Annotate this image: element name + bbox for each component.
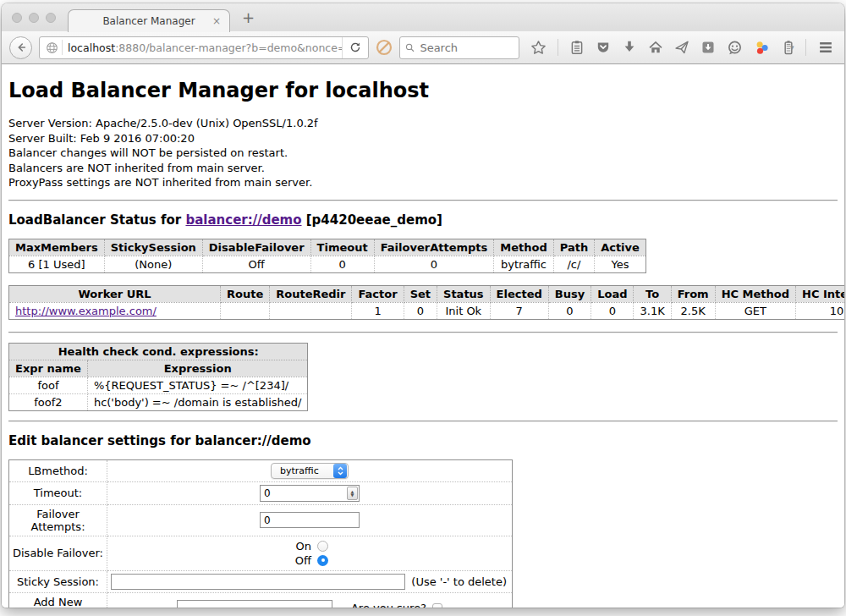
home-icon[interactable] [648, 40, 663, 55]
reload-button[interactable] [342, 37, 368, 58]
failover-on-radio[interactable] [317, 541, 328, 552]
header-cell: DisableFailover [202, 239, 310, 256]
header-cell: StickySession [104, 239, 202, 256]
url-bar[interactable]: localhost:8880/balancer-manager?b=demo&n… [39, 36, 369, 59]
number-stepper[interactable]: ▲▼ [347, 487, 358, 500]
feedback-smiley-icon[interactable] [727, 40, 743, 56]
lbmethod-label: LBmethod: [9, 459, 107, 481]
search-input[interactable] [418, 41, 514, 55]
window-minimize-button[interactable] [29, 13, 39, 23]
note-inherit: Balancers are NOT inherited from main se… [8, 161, 838, 176]
colored-dots-extension-icon[interactable] [754, 40, 770, 56]
menu-icon[interactable] [817, 39, 834, 56]
site-identity-globe-icon[interactable] [40, 41, 62, 54]
header-cell: Method [494, 239, 553, 256]
are-you-sure-checkbox[interactable] [432, 603, 442, 608]
divider [8, 200, 838, 201]
pocket-icon[interactable] [596, 40, 611, 55]
data-cell: 0 [548, 302, 591, 319]
battery-extension-button[interactable]: ▾ [781, 40, 794, 55]
browser-tab[interactable]: Balancer Manager × [68, 9, 230, 32]
add-worker-input[interactable] [177, 600, 332, 608]
address-text[interactable]: localhost:8880/balancer-manager?b=demo&n… [63, 41, 342, 54]
data-cell: Init Ok [437, 302, 491, 319]
window-zoom-button[interactable] [46, 13, 56, 23]
failover-off-radio[interactable] [317, 555, 328, 566]
expression-cell: hc('body') =~ /domain is established/ [87, 393, 308, 410]
header-cell: Path [553, 239, 594, 256]
send-to-device-icon[interactable] [674, 40, 689, 55]
block-content-icon[interactable] [376, 39, 393, 56]
timeout-input[interactable] [261, 487, 347, 499]
table-row: 6 [1 Used] (None) Off 0 0 bytraffic /c/ … [9, 256, 646, 272]
back-button[interactable] [9, 36, 32, 59]
header-cell: Timeout [310, 239, 374, 256]
radio-on-label: On [291, 539, 311, 553]
lbmethod-selected-value: bytraffic [280, 465, 319, 476]
window-controls [12, 13, 56, 23]
status-heading: LoadBalancer Status for balancer://demo … [8, 212, 838, 228]
save-page-icon[interactable] [700, 40, 716, 55]
header-cell: Expr name [9, 360, 88, 377]
data-cell: 6 [1 Used] [9, 256, 105, 272]
back-arrow-icon [15, 41, 27, 53]
worker-table: Worker URL Route RouteRedir Factor Set S… [8, 285, 844, 320]
note-proxypass: ProxyPass settings are NOT inherited fro… [8, 175, 838, 190]
header-cell: Worker URL [9, 285, 221, 302]
failover-attempts-input[interactable] [260, 512, 360, 528]
tab-close-icon[interactable]: × [212, 16, 221, 26]
data-cell: 0 [374, 256, 494, 272]
lbmethod-row: LBmethod: bytraffic [9, 459, 513, 481]
header-cell: Set [404, 285, 437, 302]
data-cell: GET [715, 302, 795, 319]
header-cell: Expression [87, 360, 308, 377]
table-header-row: Worker URL Route RouteRedir Factor Set S… [9, 285, 845, 302]
sticky-session-input[interactable] [111, 574, 405, 590]
table-row: http://www.example.com/ 1 0 Init Ok 7 0 … [9, 302, 845, 319]
window-close-button[interactable] [12, 13, 22, 23]
note-persist: Balancer changes will NOT be persisted o… [8, 146, 838, 161]
lbmethod-select[interactable]: bytraffic [271, 463, 349, 479]
settings-table: LBmethod: bytraffic Timeout: ▲▼ [8, 459, 513, 608]
timeout-row: Timeout: ▲▼ [9, 481, 513, 504]
toolbar-separator [805, 39, 806, 56]
url-host: localhost [68, 41, 115, 54]
sticky-session-label: Sticky Session: [9, 570, 107, 592]
edit-settings-heading: Edit balancer settings for balancer://de… [8, 433, 838, 448]
header-cell: FailoverAttempts [374, 239, 494, 256]
header-cell: From [671, 285, 715, 302]
header-cell: To [634, 285, 671, 302]
data-cell: 0 [310, 256, 374, 272]
bookmark-star-icon[interactable] [530, 40, 547, 56]
reading-list-icon[interactable] [569, 40, 585, 55]
search-icon [405, 42, 415, 53]
new-tab-button[interactable]: + [242, 10, 255, 25]
table-row: foof %{REQUEST_STATUS} =~ /^[234]/ [9, 377, 308, 393]
server-version: Server Version: Apache/2.5.0-dev (Unix) … [8, 116, 838, 131]
server-built: Server Built: Feb 9 2016 07:00:20 [8, 131, 838, 146]
downloads-icon[interactable] [622, 40, 637, 55]
data-cell: 2.5K [671, 302, 715, 319]
header-cell: MaxMembers [9, 239, 105, 256]
search-bar[interactable] [399, 36, 519, 59]
browser-window: Balancer Manager × + localhost:8880/bala… [2, 3, 844, 608]
divider [8, 421, 838, 422]
header-cell: Factor [352, 285, 404, 302]
data-cell: 10 [796, 302, 844, 319]
disable-failover-row: Disable Failover: On Off [9, 536, 513, 570]
navigation-toolbar: localhost:8880/balancer-manager?b=demo&n… [2, 31, 844, 64]
url-path: :8880/balancer-manager?b=demo&nonce=decc… [115, 41, 342, 54]
add-worker-row: Add New Worker: Are you sure? [9, 592, 513, 608]
reload-icon [349, 41, 361, 53]
expression-cell: %{REQUEST_STATUS} =~ /^[234]/ [87, 377, 308, 393]
balancer-demo-link[interactable]: balancer://demo [185, 212, 301, 228]
failover-attempts-row: Failover Attempts: [9, 504, 513, 536]
data-cell [221, 302, 270, 319]
timeout-field-wrap: ▲▼ [260, 485, 360, 502]
expr-name-cell: foof [9, 377, 88, 393]
toolbar-separator [558, 39, 558, 56]
data-cell: 3.1K [634, 302, 671, 319]
worker-url-link[interactable]: http://www.example.com/ [15, 305, 157, 317]
failover-attempts-label: Failover Attempts: [9, 504, 107, 536]
dropdown-caret-icon: ▾ [790, 43, 794, 52]
